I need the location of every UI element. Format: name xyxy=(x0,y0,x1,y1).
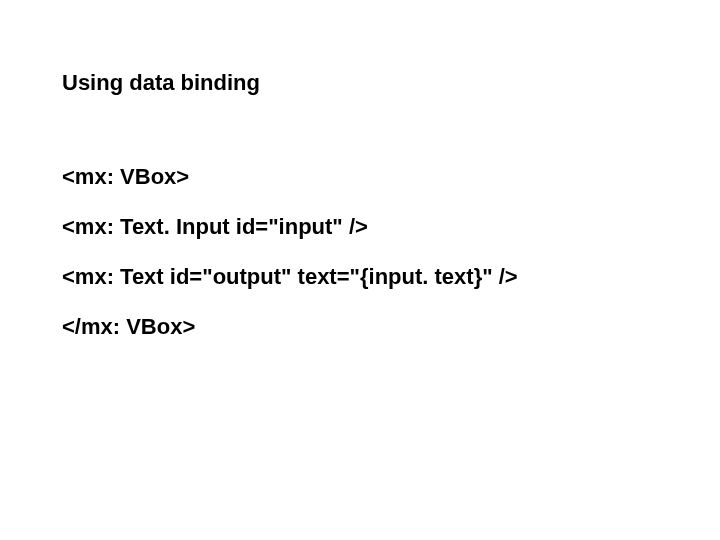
code-line-3: <mx: Text id="output" text="{input. text… xyxy=(62,264,658,290)
code-line-4: </mx: VBox> xyxy=(62,314,658,340)
code-line-1: <mx: VBox> xyxy=(62,164,658,190)
code-line-2: <mx: Text. Input id="input" /> xyxy=(62,214,658,240)
slide-title: Using data binding xyxy=(62,70,658,96)
